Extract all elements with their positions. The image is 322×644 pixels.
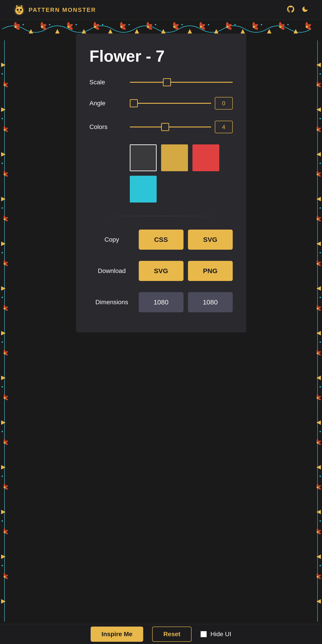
svg-point-193 [317, 485, 321, 488]
dimensions-label: Dimensions [90, 299, 134, 306]
dimension-height-input[interactable] [188, 292, 233, 312]
svg-point-199 [317, 531, 318, 533]
angle-value: 0 [215, 97, 233, 110]
color-swatches [90, 144, 233, 202]
svg-point-221 [16, 5, 18, 6]
svg-point-139 [2, 431, 3, 432]
svg-marker-82 [1, 599, 6, 604]
angle-label: Angle [90, 100, 125, 107]
copy-label: Copy [90, 236, 134, 243]
content-area: Flower - 7 Scale Angle 0 Colors [0, 20, 322, 346]
svg-point-196 [317, 528, 318, 532]
svg-marker-80 [1, 510, 6, 514]
svg-point-130 [4, 576, 5, 578]
svg-point-187 [317, 397, 318, 399]
copy-css-button[interactable]: CSS [139, 230, 183, 250]
copy-row: Copy CSS SVG [90, 230, 233, 250]
svg-point-114 [4, 397, 5, 399]
hide-ui-label: Hide UI [210, 630, 231, 638]
github-icon[interactable] [287, 6, 294, 14]
svg-marker-77 [1, 376, 6, 380]
svg-point-140 [2, 476, 3, 477]
svg-marker-81 [1, 554, 6, 559]
color-swatch-3[interactable] [192, 144, 219, 171]
scale-slider-container [130, 82, 233, 83]
svg-marker-155 [316, 599, 321, 604]
download-row: Download SVG PNG [90, 261, 233, 281]
scale-label: Scale [90, 79, 125, 86]
svg-point-142 [2, 565, 3, 566]
svg-point-194 [317, 487, 321, 490]
copy-svg-button[interactable]: SVG [188, 230, 233, 250]
reset-button[interactable]: Reset [152, 626, 192, 642]
bottom-bar: Inspire Me Reset Hide UI [0, 624, 322, 644]
svg-point-111 [4, 394, 5, 398]
svg-point-211 [319, 386, 321, 388]
dimension-width-input[interactable] [139, 292, 183, 312]
color-swatch-4[interactable] [130, 176, 157, 202]
colors-slider[interactable] [130, 126, 211, 128]
svg-point-212 [319, 431, 321, 432]
svg-point-141 [2, 520, 3, 522]
svg-point-126 [4, 531, 5, 533]
download-svg-button[interactable]: SVG [139, 261, 183, 281]
svg-point-214 [319, 520, 321, 522]
svg-point-186 [317, 397, 321, 401]
download-label: Download [90, 267, 134, 274]
inspire-me-button[interactable]: Inspire Me [91, 626, 143, 642]
hide-ui-checkbox[interactable] [200, 631, 207, 637]
actions-section: Copy CSS SVG Download SVG PNG Di [90, 230, 233, 332]
svg-point-223 [21, 5, 22, 6]
svg-point-113 [4, 397, 8, 401]
svg-point-107 [4, 350, 5, 354]
svg-point-119 [4, 484, 5, 488]
svg-point-213 [319, 476, 321, 477]
svg-marker-153 [316, 510, 321, 514]
colors-value: 4 [215, 121, 233, 133]
svg-point-112 [4, 396, 8, 399]
svg-point-192 [317, 484, 318, 488]
svg-point-124 [4, 530, 8, 533]
svg-point-110 [4, 352, 5, 354]
svg-point-125 [4, 531, 8, 535]
svg-point-215 [319, 565, 321, 566]
colors-label: Colors [90, 124, 125, 130]
moon-icon[interactable] [301, 6, 308, 14]
svg-marker-79 [1, 465, 6, 470]
color-swatch-2[interactable] [161, 144, 188, 171]
angle-control: Angle 0 [90, 97, 233, 110]
svg-point-127 [4, 573, 5, 577]
svg-marker-151 [316, 420, 321, 425]
svg-point-183 [317, 352, 318, 354]
svg-point-109 [4, 352, 8, 356]
svg-point-120 [4, 485, 8, 488]
svg-point-191 [317, 442, 318, 444]
svg-point-195 [317, 487, 318, 488]
settings-panel: Flower - 7 Scale Angle 0 Colors [76, 34, 246, 332]
color-swatch-1[interactable] [130, 144, 157, 171]
header: PATTERN MONSTER [0, 0, 322, 20]
svg-point-118 [4, 442, 5, 444]
svg-point-218 [17, 9, 19, 11]
svg-point-115 [4, 439, 5, 443]
download-buttons: SVG PNG [139, 261, 233, 281]
scale-slider[interactable] [130, 82, 233, 83]
logo-area: PATTERN MONSTER [14, 4, 96, 16]
svg-point-189 [317, 440, 321, 444]
colors-control: Colors 4 [90, 121, 233, 133]
angle-slider[interactable] [130, 103, 211, 104]
svg-point-117 [4, 442, 8, 446]
angle-slider-container: 0 [130, 97, 233, 110]
svg-point-181 [317, 351, 321, 354]
svg-point-138 [2, 386, 3, 388]
copy-buttons: CSS SVG [139, 230, 233, 250]
svg-point-198 [317, 531, 321, 535]
svg-point-201 [317, 574, 321, 578]
dimension-inputs [139, 292, 233, 312]
svg-marker-152 [316, 465, 321, 470]
svg-marker-78 [1, 420, 6, 425]
svg-point-122 [4, 487, 5, 488]
download-png-button[interactable]: PNG [188, 261, 233, 281]
divider [90, 216, 233, 216]
svg-point-180 [317, 350, 318, 354]
